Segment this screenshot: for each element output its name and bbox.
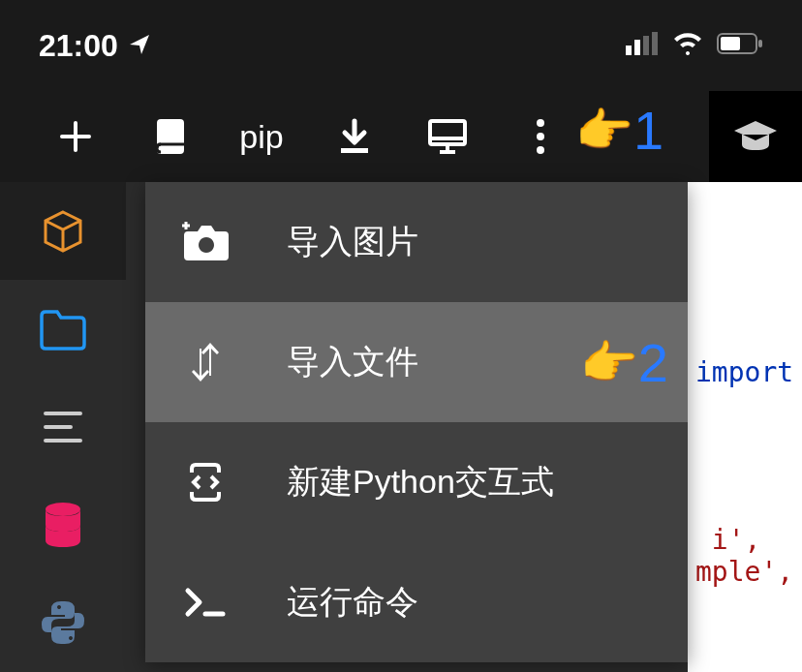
wifi-icon [672, 32, 703, 59]
sidebar-item-list[interactable] [0, 378, 126, 475]
menu-label: 导入图片 [287, 220, 418, 264]
menu-item-import-file[interactable]: 导入文件 👉 2 [145, 302, 688, 422]
svg-point-10 [537, 133, 544, 140]
menu-label: 导入文件 [287, 340, 418, 384]
svg-rect-7 [341, 148, 368, 153]
menu-item-import-image[interactable]: 导入图片 [145, 182, 688, 302]
status-right [626, 32, 763, 59]
menu-label: 运行命令 [287, 580, 418, 625]
battery-icon [717, 32, 763, 59]
main-area: import i', mple', 导入图片 导入文件 👉 2 新建Py [0, 182, 802, 672]
svg-rect-2 [643, 36, 649, 55]
status-time: 21:00 [39, 28, 118, 64]
menu-item-run-command[interactable]: 运行命令 [145, 542, 688, 662]
more-button[interactable] [494, 91, 587, 182]
menu-item-new-python[interactable]: 新建Python交互式 [145, 422, 688, 542]
annotation-1: 👉 1 [575, 99, 663, 162]
pip-button[interactable]: pip [215, 91, 308, 182]
svg-rect-0 [626, 46, 632, 55]
svg-point-9 [537, 119, 544, 127]
sidebar-item-database[interactable] [0, 476, 126, 574]
annotation-number-1: 1 [633, 99, 663, 162]
svg-rect-1 [634, 40, 640, 55]
sidebar [0, 182, 126, 672]
code-import-keyword: import [695, 356, 793, 388]
context-menu: 导入图片 导入文件 👉 2 新建Python交互式 运行命令 [145, 182, 688, 662]
code-editor[interactable]: import i', mple', [688, 182, 802, 672]
sidebar-item-package[interactable] [0, 182, 126, 280]
camera-add-icon [182, 219, 229, 265]
sidebar-item-python[interactable] [0, 574, 126, 672]
svg-rect-8 [430, 121, 465, 144]
monitor-button[interactable] [401, 91, 494, 182]
annotation-number-2: 2 [638, 331, 668, 394]
svg-rect-3 [652, 32, 658, 55]
menu-label: 新建Python交互式 [287, 460, 554, 504]
code-string-1: i', [695, 524, 760, 556]
swap-vertical-icon [182, 339, 229, 385]
status-bar: 21:00 [0, 0, 802, 91]
svg-point-11 [537, 146, 544, 154]
developer-mode-icon [182, 459, 229, 505]
download-button[interactable] [308, 91, 401, 182]
status-left: 21:00 [39, 28, 151, 64]
svg-rect-5 [721, 37, 740, 50]
book-button[interactable] [122, 91, 215, 182]
annotation-2: 👉 2 [580, 331, 668, 394]
pointing-hand-icon: 👉 [580, 335, 638, 390]
pointing-hand-icon: 👉 [575, 103, 633, 158]
graduation-button[interactable] [709, 91, 802, 182]
code-string-2: mple', [695, 556, 793, 588]
add-button[interactable] [29, 91, 122, 182]
location-icon [128, 28, 151, 64]
sidebar-item-folder[interactable] [0, 280, 126, 378]
svg-rect-6 [758, 40, 762, 47]
svg-point-12 [46, 503, 80, 516]
terminal-icon [182, 579, 229, 626]
cellular-icon [626, 32, 659, 59]
toolbar: pip 👉 1 [0, 91, 802, 182]
